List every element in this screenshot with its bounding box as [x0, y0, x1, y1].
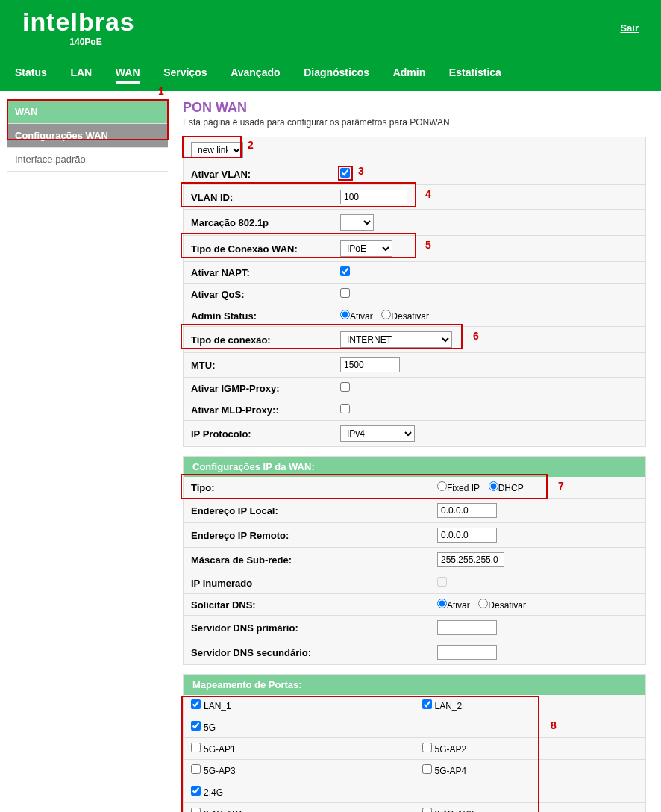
admin-desativar-radio[interactable]	[381, 310, 391, 319]
port-checkbox[interactable]	[191, 786, 201, 796]
fixed-ip-radio[interactable]	[437, 481, 447, 491]
model-label: 140PoE	[22, 37, 149, 47]
port-row: 2.4G-AP12.4G-AP2	[184, 803, 645, 812]
port-label: 5G-AP3	[204, 766, 236, 776]
port-checkbox[interactable]	[191, 721, 201, 731]
dns-desativar-label: Desativar	[488, 600, 526, 610]
mld-checkbox[interactable]	[340, 404, 350, 413]
port-checkbox[interactable]	[191, 808, 201, 812]
port-label: 2.4G-AP2	[435, 809, 474, 812]
sidebar-item-interface-padrao[interactable]: Interface padrão	[7, 148, 168, 172]
port-checkbox[interactable]	[422, 743, 432, 752]
sidebar-item-config-wan[interactable]: Configurações WAN	[7, 124, 168, 148]
port-row: LAN_1LAN_2	[184, 695, 645, 716]
dhcp-radio[interactable]	[489, 481, 498, 491]
page-title: PON WAN	[183, 100, 646, 116]
nav-status[interactable]: Status	[15, 66, 47, 81]
ativar-vlan-label: Ativar VLAN:	[191, 169, 340, 180]
port-checkbox[interactable]	[191, 764, 201, 774]
port-checkbox[interactable]	[191, 699, 201, 709]
ports-header: Mapeamento de Portas:	[184, 675, 645, 695]
main-nav: Status LAN WAN Serviços Avançado Diagnós…	[0, 59, 661, 91]
ip-local-label: Endereço IP Local:	[191, 505, 437, 516]
admin-ativar-label: Ativar	[350, 311, 373, 322]
ipwan-header: Configurações IP da WAN:	[184, 457, 645, 477]
igmp-checkbox[interactable]	[340, 382, 350, 392]
port-label: 5G-AP1	[204, 744, 236, 755]
mask-input[interactable]	[437, 552, 504, 567]
igmp-label: Ativar IGMP-Proxy:	[191, 383, 340, 394]
port-label: 2.4G-AP1	[204, 809, 243, 812]
header: intelbras 140PoE Sair	[0, 0, 661, 59]
dns-desativar-radio[interactable]	[478, 599, 488, 608]
nav-avancado[interactable]: Avançado	[231, 66, 280, 81]
ativar-napt-checkbox[interactable]	[340, 266, 350, 276]
link-select[interactable]: new link	[191, 142, 243, 158]
port-cell: 5G-AP3	[184, 760, 415, 781]
port-row: 2.4G	[184, 781, 645, 803]
port-checkbox[interactable]	[422, 808, 432, 812]
brand-logo: intelbras	[22, 7, 646, 37]
port-cell: LAN_2	[415, 695, 646, 716]
admin-status-label: Admin Status:	[191, 310, 340, 322]
port-checkbox[interactable]	[191, 743, 201, 752]
port-cell: LAN_1	[184, 695, 415, 716]
ativar-qos-label: Ativar QoS:	[191, 289, 340, 300]
marcacao-select[interactable]	[340, 214, 374, 231]
ativar-vlan-checkbox[interactable]	[340, 168, 350, 178]
ativar-napt-label: Ativar NAPT:	[191, 267, 340, 278]
dns2-label: Servidor DNS secundário:	[191, 647, 437, 658]
dns-ativar-label: Ativar	[447, 600, 470, 610]
port-label: LAN_2	[435, 701, 463, 711]
vlan-id-label: VLAN ID:	[191, 192, 340, 203]
nav-servicos[interactable]: Serviços	[163, 66, 207, 81]
dns1-label: Servidor DNS primário:	[191, 622, 437, 634]
nav-estatistica[interactable]: Estatística	[449, 66, 501, 81]
dns-req-label: Solicitar DNS:	[191, 599, 437, 610]
port-cell: 2.4G-AP1	[184, 803, 415, 812]
port-label: 2.4G	[204, 787, 223, 798]
port-cell: 2.4G	[184, 781, 415, 802]
dns1-input[interactable]	[437, 620, 497, 635]
tipo-wan-select[interactable]: IPoE	[340, 240, 392, 257]
admin-desativar-label: Desativar	[391, 311, 429, 322]
sidebar-group-wan[interactable]: WAN	[7, 100, 168, 124]
nav-admin[interactable]: Admin	[393, 66, 426, 81]
ativar-qos-checkbox[interactable]	[340, 288, 350, 298]
marcacao-label: Marcação 802.1p	[191, 217, 340, 228]
annotation-2: 2	[248, 139, 254, 151]
tipo-wan-label: Tipo de Conexão WAN:	[191, 243, 340, 254]
port-label: 5G	[204, 722, 216, 733]
inumerado-checkbox	[437, 577, 447, 587]
admin-ativar-radio[interactable]	[340, 310, 350, 319]
mtu-label: MTU:	[191, 360, 340, 371]
dhcp-label: DHCP	[498, 483, 524, 493]
vlan-id-input[interactable]	[340, 190, 407, 204]
logout-link[interactable]: Sair	[620, 22, 639, 34]
dns-ativar-radio[interactable]	[437, 599, 447, 608]
mtu-input[interactable]	[340, 357, 400, 372]
port-cell: 5G-AP4	[415, 760, 646, 781]
port-row: 5G-AP15G-AP2	[184, 738, 645, 760]
nav-lan[interactable]: LAN	[70, 66, 92, 81]
ip-remoto-input[interactable]	[437, 528, 497, 543]
dns2-input[interactable]	[437, 645, 497, 660]
nav-diagnosticos[interactable]: Diagnósticos	[304, 66, 369, 81]
port-row: 5G-AP35G-AP4	[184, 760, 645, 781]
inumerado-label: IP inumerado	[191, 578, 437, 589]
nav-wan[interactable]: WAN	[116, 66, 140, 84]
port-label: 5G-AP4	[435, 766, 467, 776]
port-row: 5G	[184, 716, 645, 738]
ip-remoto-label: Endereço IP Remoto:	[191, 530, 437, 541]
mask-label: Máscara de Sub-rede:	[191, 555, 437, 566]
ip-proto-label: IP Protocolo:	[191, 428, 340, 440]
port-checkbox[interactable]	[422, 699, 432, 709]
annotation-3: 3	[358, 165, 364, 177]
tipo-conexao-label: Tipo de conexão:	[191, 334, 340, 346]
ipwan-tipo-label: Tipo:	[191, 482, 437, 493]
ip-local-input[interactable]	[437, 503, 497, 518]
ip-proto-select[interactable]: IPv4	[340, 425, 415, 442]
tipo-conexao-select[interactable]: INTERNET	[340, 331, 452, 348]
port-checkbox[interactable]	[422, 764, 432, 774]
fixed-ip-label: Fixed IP	[447, 483, 480, 493]
